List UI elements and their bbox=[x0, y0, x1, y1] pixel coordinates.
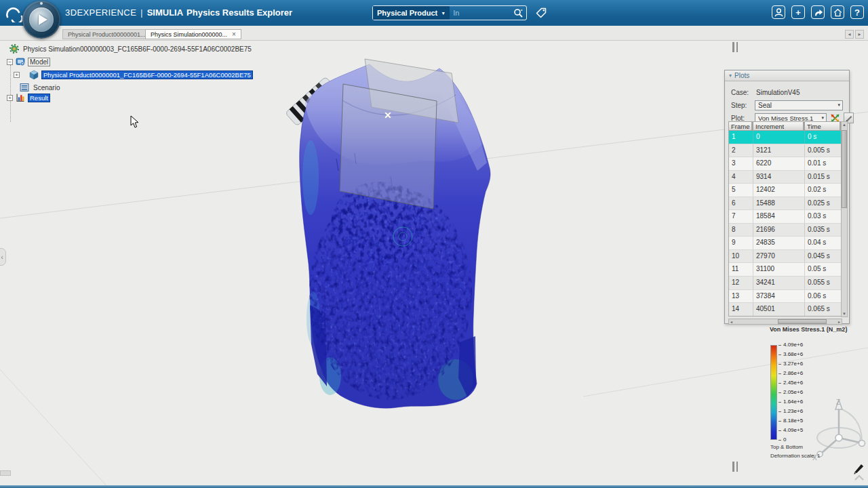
table-cell[interactable]: 0.005 s bbox=[805, 144, 842, 157]
table-cell[interactable]: 3 bbox=[729, 157, 753, 170]
table-cell[interactable]: 18584 bbox=[753, 210, 805, 223]
tab-physics-simulation[interactable]: Physics Simulation000000... × bbox=[145, 29, 241, 39]
panel-drag-handle[interactable] bbox=[732, 462, 738, 472]
table-cell[interactable]: 0.02 s bbox=[805, 184, 842, 197]
tree-item-scenario[interactable]: Scenario bbox=[20, 83, 61, 92]
tree-item-model[interactable]: − Model bbox=[7, 57, 50, 66]
table-row[interactable]: 11311000.05 s bbox=[729, 263, 842, 277]
table-cell[interactable]: 34241 bbox=[753, 277, 805, 289]
table-row[interactable]: 5124020.02 s bbox=[729, 184, 842, 197]
step-dropdown[interactable]: Seal ▾ bbox=[755, 100, 843, 110]
table-cell[interactable]: 1 bbox=[729, 131, 753, 144]
table-cell[interactable]: 0.035 s bbox=[805, 224, 842, 237]
panel-collapse-icon[interactable]: ▾ bbox=[729, 73, 732, 79]
table-row[interactable]: 6154880.025 s bbox=[729, 197, 842, 211]
scroll-right-icon[interactable]: ▸ bbox=[838, 319, 840, 325]
expand-expander-icon[interactable]: + bbox=[14, 72, 20, 78]
table-cell[interactable]: 0 bbox=[753, 131, 805, 144]
panel-drag-handle[interactable] bbox=[732, 42, 738, 52]
search-input[interactable] bbox=[450, 9, 513, 17]
table-cell[interactable]: 0.065 s bbox=[805, 303, 842, 316]
table-row[interactable]: 100 s bbox=[729, 131, 842, 144]
scroll-left-icon[interactable]: ◂ bbox=[730, 319, 732, 325]
table-cell[interactable]: 0 s bbox=[805, 131, 842, 144]
tree-item-model-label[interactable]: Model bbox=[28, 58, 50, 66]
table-cell[interactable]: 37384 bbox=[753, 290, 805, 303]
table-cell[interactable]: 12402 bbox=[753, 184, 805, 197]
table-cell[interactable]: 0.01 s bbox=[805, 157, 842, 170]
column-header[interactable]: Increment bbox=[753, 121, 804, 131]
scroll-up-icon[interactable]: ▲ bbox=[842, 123, 847, 127]
tree-item-result[interactable]: + Result bbox=[7, 93, 50, 102]
tab-scroll-right-button[interactable]: ▸ bbox=[855, 30, 864, 39]
table-row[interactable]: 9248350.04 s bbox=[729, 237, 842, 250]
table-cell[interactable]: 13 bbox=[729, 290, 753, 303]
table-cell[interactable]: 0.03 s bbox=[805, 210, 842, 223]
table-row[interactable]: 12342410.055 s bbox=[729, 277, 842, 290]
scroll-down-icon[interactable]: ▼ bbox=[842, 312, 847, 316]
plots-panel-header[interactable]: ▾ Plots bbox=[725, 70, 849, 81]
table-cell[interactable]: 15488 bbox=[753, 197, 805, 210]
table-row[interactable]: 231210.005 s bbox=[729, 144, 842, 158]
table-cell[interactable]: 0.055 s bbox=[805, 277, 842, 289]
tree-item-result-label[interactable]: Result bbox=[28, 94, 50, 102]
table-cell[interactable]: 12 bbox=[729, 277, 753, 289]
chevron-up-icon[interactable] bbox=[854, 474, 865, 481]
table-row[interactable]: 362200.01 s bbox=[729, 157, 842, 171]
table-cell[interactable]: 21696 bbox=[753, 224, 805, 237]
help-icon[interactable]: ? bbox=[850, 5, 864, 19]
add-icon[interactable]: + bbox=[791, 5, 805, 19]
table-cell[interactable]: 6 bbox=[729, 197, 753, 210]
table-row[interactable]: 7185840.03 s bbox=[729, 210, 842, 224]
table-vertical-scrollbar[interactable]: ▲ ▼ bbox=[841, 121, 848, 317]
table-cell[interactable]: 40501 bbox=[753, 303, 805, 316]
table-cell[interactable]: 0.045 s bbox=[805, 250, 842, 263]
global-search[interactable]: Physical Product ▼ bbox=[372, 5, 527, 20]
left-panel-collapse-button[interactable]: ‹ bbox=[0, 248, 6, 266]
collapse-expander-icon[interactable]: − bbox=[7, 59, 13, 65]
table-row[interactable]: 10279700.045 s bbox=[729, 250, 842, 264]
tree-root-label[interactable]: Physics Simulation000000003_FC165B6F-000… bbox=[22, 45, 253, 53]
table-cell[interactable]: 2 bbox=[729, 144, 753, 157]
table-cell[interactable]: 7 bbox=[729, 210, 753, 223]
section-plane-front[interactable] bbox=[340, 84, 437, 209]
table-horizontal-scrollbar[interactable]: ◂ ▸ bbox=[728, 319, 842, 325]
table-row[interactable]: 14405010.065 s bbox=[729, 303, 842, 317]
table-cell[interactable]: 14 bbox=[729, 303, 753, 316]
table-cell[interactable]: 8 bbox=[729, 224, 753, 237]
table-cell[interactable]: 0.06 s bbox=[805, 290, 842, 303]
table-row[interactable]: 13373840.06 s bbox=[729, 290, 842, 304]
close-tab-icon[interactable]: × bbox=[232, 30, 236, 38]
home-icon[interactable] bbox=[831, 5, 844, 19]
table-cell[interactable]: 10 bbox=[729, 250, 753, 263]
table-cell[interactable]: 0.025 s bbox=[805, 197, 842, 210]
search-icon[interactable] bbox=[513, 8, 526, 18]
tree-item-physical-product-label[interactable]: Physical Product00000001_FC165B6F-0000-2… bbox=[41, 70, 253, 79]
table-row[interactable]: 8216960.035 s bbox=[729, 224, 842, 237]
table-cell[interactable]: 24835 bbox=[753, 237, 805, 249]
expand-expander-icon[interactable]: + bbox=[7, 95, 13, 101]
3ds-logo-icon[interactable] bbox=[4, 3, 24, 22]
search-scope-dropdown[interactable]: Physical Product ▼ bbox=[373, 6, 450, 20]
compass-button[interactable] bbox=[22, 1, 60, 39]
table-cell[interactable]: 4 bbox=[729, 171, 753, 184]
table-cell[interactable]: 0.05 s bbox=[805, 263, 842, 276]
table-cell[interactable]: 3121 bbox=[753, 144, 805, 157]
table-cell[interactable]: 11 bbox=[729, 263, 753, 276]
tab-scroll-left-button[interactable]: ◂ bbox=[845, 30, 854, 39]
tree-item-scenario-label[interactable]: Scenario bbox=[32, 84, 61, 92]
table-cell[interactable]: 5 bbox=[729, 184, 753, 197]
scrollbar-thumb[interactable] bbox=[842, 130, 847, 208]
table-cell[interactable]: 9 bbox=[729, 237, 753, 249]
user-icon[interactable] bbox=[772, 5, 785, 19]
scrollbar-thumb[interactable] bbox=[778, 319, 827, 324]
share-icon[interactable] bbox=[811, 5, 825, 19]
plane-close-marker[interactable]: ✕ bbox=[384, 110, 392, 121]
table-cell[interactable]: 0.015 s bbox=[805, 171, 842, 184]
table-cell[interactable]: 6220 bbox=[753, 157, 805, 170]
tree-root-row[interactable]: Physics Simulation000000003_FC165B6F-000… bbox=[9, 44, 253, 54]
table-cell[interactable]: 31100 bbox=[753, 263, 805, 276]
tree-item-physical-product[interactable]: + Physical Product00000001_FC165B6F-0000… bbox=[14, 70, 253, 79]
tab-physical-product[interactable]: Physical Product00000001... bbox=[62, 29, 151, 39]
table-cell[interactable]: 27970 bbox=[753, 250, 805, 263]
